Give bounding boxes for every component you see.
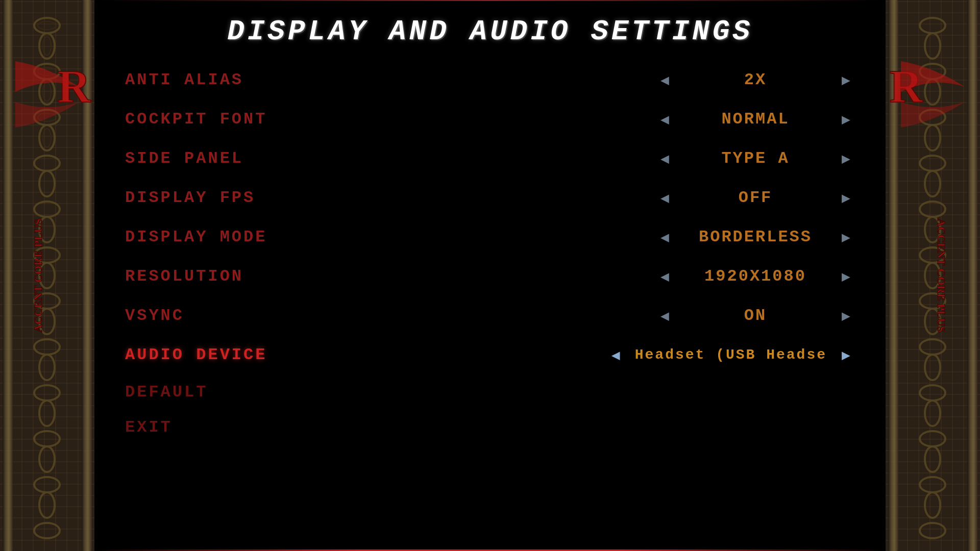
- vsync-value: ON: [684, 306, 827, 325]
- vsync-row: VSYNC ◀ ON ▶: [125, 302, 855, 330]
- side-panel-controls: ◀ TYPE A ▶: [656, 149, 855, 168]
- svg-point-50: [920, 385, 945, 400]
- side-panel-row: SIDE PANEL ◀ TYPE A ▶: [125, 144, 855, 172]
- cockpit-font-label: COCKPIT FONT: [125, 110, 380, 129]
- anti-alias-right-arrow[interactable]: ▶: [837, 71, 855, 89]
- svg-point-27: [39, 492, 55, 518]
- side-panel-right-arrow[interactable]: ▶: [837, 150, 855, 167]
- side-panel-left-arrow[interactable]: ◀: [656, 150, 674, 167]
- svg-point-54: [920, 477, 945, 492]
- resolution-right-arrow[interactable]: ▶: [837, 268, 855, 285]
- vsync-controls: ◀ ON ▶: [656, 306, 855, 325]
- page-title: DISPLAY AND AUDIO SETTINGS: [125, 15, 855, 48]
- svg-point-35: [925, 33, 940, 59]
- display-mode-label: DISPLAY MODE: [125, 228, 380, 246]
- display-mode-right-arrow[interactable]: ▶: [837, 229, 855, 246]
- cockpit-font-right-arrow[interactable]: ▶: [837, 111, 855, 128]
- audio-device-controls: ◀ Headset (USB Headse ▶: [607, 346, 855, 364]
- vsync-label: VSYNC: [125, 306, 380, 325]
- anti-alias-row: ANTI ALIAS ◀ 2X ▶: [125, 66, 855, 94]
- anti-alias-value: 2X: [684, 70, 827, 89]
- svg-point-56: [920, 523, 945, 538]
- vsync-right-arrow[interactable]: ▶: [837, 307, 855, 324]
- exit-button[interactable]: EXIT: [125, 415, 855, 439]
- svg-point-55: [925, 492, 940, 518]
- side-panel-label: SIDE PANEL: [125, 149, 380, 168]
- display-mode-controls: ◀ BORDERLESS ▶: [656, 228, 855, 246]
- audio-device-label: AUDIO DEVICE: [125, 345, 380, 364]
- main-content: DISPLAY AND AUDIO SETTINGS ANTI ALIAS ◀ …: [94, 0, 886, 551]
- left-chain-decoration: GUILTY GEAR X ACCENT CORE PLUS R: [0, 0, 94, 551]
- display-fps-left-arrow[interactable]: ◀: [656, 189, 674, 207]
- cockpit-font-row: COCKPIT FONT ◀ NORMAL ▶: [125, 105, 855, 133]
- svg-text:ACCENT CORE PLUS: ACCENT CORE PLUS: [935, 218, 948, 332]
- audio-device-right-arrow[interactable]: ▶: [837, 346, 855, 364]
- audio-device-row: AUDIO DEVICE ◀ Headset (USB Headse ▶: [125, 341, 855, 369]
- resolution-value: 1920X1080: [684, 267, 827, 286]
- svg-point-53: [925, 446, 940, 472]
- svg-point-1: [38, 21, 56, 30]
- svg-text:ACCENT CORE PLUS: ACCENT CORE PLUS: [32, 218, 44, 332]
- display-fps-controls: ◀ OFF ▶: [656, 188, 855, 207]
- default-button[interactable]: DEFAULT: [125, 380, 855, 404]
- vsync-left-arrow[interactable]: ◀: [656, 307, 674, 324]
- display-fps-value: OFF: [684, 188, 827, 207]
- resolution-row: RESOLUTION ◀ 1920X1080 ▶: [125, 262, 855, 290]
- top-accent-bar: [94, 0, 886, 1]
- resolution-controls: ◀ 1920X1080 ▶: [656, 267, 855, 286]
- svg-point-41: [925, 171, 940, 196]
- svg-point-42: [920, 202, 945, 217]
- left-side-panel: GUILTY GEAR X ACCENT CORE PLUS R: [0, 0, 94, 551]
- svg-point-3: [43, 37, 51, 55]
- svg-point-7: [43, 83, 51, 101]
- display-mode-row: DISPLAY MODE ◀ BORDERLESS ▶: [125, 223, 855, 251]
- svg-point-48: [920, 339, 945, 355]
- display-fps-row: DISPLAY FPS ◀ OFF ▶: [125, 184, 855, 212]
- resolution-label: RESOLUTION: [125, 267, 380, 286]
- svg-rect-29: [3, 0, 13, 551]
- svg-point-28: [34, 523, 60, 538]
- resolution-left-arrow[interactable]: ◀: [656, 268, 674, 285]
- svg-point-20: [34, 339, 60, 355]
- display-mode-left-arrow[interactable]: ◀: [656, 229, 674, 246]
- anti-alias-label: ANTI ALIAS: [125, 70, 380, 89]
- svg-point-40: [920, 156, 945, 171]
- anti-alias-left-arrow[interactable]: ◀: [656, 71, 674, 89]
- audio-device-left-arrow[interactable]: ◀: [607, 346, 625, 364]
- svg-point-21: [39, 355, 55, 380]
- anti-alias-controls: ◀ 2X ▶: [656, 70, 855, 89]
- cockpit-font-left-arrow[interactable]: ◀: [656, 111, 674, 128]
- right-side-panel: GUILTY GEAR X ACCENT CORE PLUS R: [886, 0, 980, 551]
- svg-point-11: [43, 129, 51, 147]
- cockpit-font-controls: ◀ NORMAL ▶: [656, 110, 855, 129]
- svg-point-34: [920, 18, 945, 33]
- svg-point-51: [925, 400, 940, 426]
- svg-point-22: [34, 385, 60, 400]
- display-mode-value: BORDERLESS: [684, 228, 827, 246]
- svg-rect-58: [967, 0, 977, 551]
- display-fps-right-arrow[interactable]: ▶: [837, 189, 855, 207]
- svg-point-23: [39, 400, 55, 426]
- display-fps-label: DISPLAY FPS: [125, 188, 380, 207]
- cockpit-font-value: NORMAL: [684, 110, 827, 129]
- svg-point-49: [925, 355, 940, 380]
- svg-point-26: [34, 477, 60, 492]
- settings-list: ANTI ALIAS ◀ 2X ▶ COCKPIT FONT ◀ NORMAL …: [125, 66, 855, 369]
- svg-point-24: [34, 431, 60, 446]
- svg-point-25: [39, 446, 55, 472]
- svg-point-14: [34, 202, 60, 217]
- side-panel-value: TYPE A: [684, 149, 827, 168]
- svg-point-39: [925, 125, 940, 151]
- svg-point-13: [39, 171, 55, 196]
- audio-device-value: Headset (USB Headse: [635, 347, 827, 363]
- svg-point-52: [920, 431, 945, 446]
- right-chain-decoration: GUILTY GEAR X ACCENT CORE PLUS R: [886, 0, 980, 551]
- svg-point-12: [34, 156, 60, 171]
